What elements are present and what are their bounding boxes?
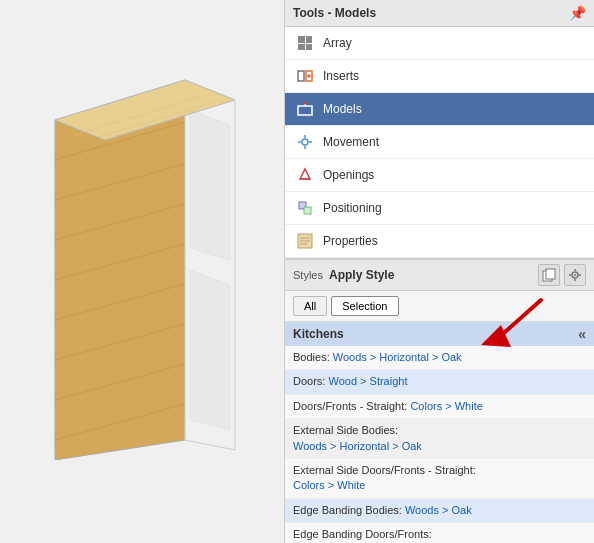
array-icon [295, 33, 315, 53]
svg-point-22 [302, 139, 308, 145]
pin-icon[interactable]: 📌 [569, 5, 586, 21]
style-row-doors-fronts[interactable]: Doors/Fronts - Straight: Colors > White [285, 395, 594, 419]
inserts-icon [295, 66, 315, 86]
edge-banding-bodies-key: Edge Banding Bodies: [293, 504, 405, 516]
style-row-edge-banding-doors[interactable]: Edge Banding Doors/Fronts: Colors > Whit… [285, 523, 594, 543]
doors-value: Wood > Straight [328, 375, 407, 387]
svg-marker-11 [190, 270, 230, 430]
style-copy-icon[interactable] [538, 264, 560, 286]
tools-panel: Tools - Models 📌 Array [284, 0, 594, 543]
edge-banding-bodies-value: Woods > Oak [405, 504, 472, 516]
cabinet-illustration [20, 60, 270, 460]
menu-item-openings[interactable]: Openings [285, 159, 594, 192]
svg-marker-27 [300, 169, 310, 179]
svg-point-21 [304, 102, 307, 105]
tab-selection[interactable]: Selection [331, 296, 398, 316]
panel-title: Tools - Models [293, 6, 376, 20]
movement-label: Movement [323, 135, 379, 149]
svg-rect-19 [298, 106, 312, 115]
menu-item-array[interactable]: Array [285, 27, 594, 60]
style-row-bodies[interactable]: Bodies: Woods > Horizontal > Oak [285, 346, 594, 370]
style-items-list: Bodies: Woods > Horizontal > Oak Doors: … [285, 346, 594, 543]
positioning-label: Positioning [323, 201, 382, 215]
styles-header: Styles Apply Style [285, 260, 594, 291]
bodies-key: Bodies: [293, 351, 333, 363]
edge-banding-doors-key: Edge Banding Doors/Fronts: [293, 528, 432, 540]
styles-section: Styles Apply Style [285, 259, 594, 543]
movement-icon [295, 132, 315, 152]
kitchens-group-header[interactable]: Kitchens « [285, 322, 594, 346]
menu-list: Array Inserts Models [285, 27, 594, 259]
menu-item-properties[interactable]: Properties [285, 225, 594, 258]
models-icon [295, 99, 315, 119]
svg-marker-10 [190, 110, 230, 260]
svg-rect-15 [298, 71, 304, 81]
svg-rect-36 [546, 269, 555, 279]
ext-bodies-value: Woods > Horizontal > Oak [293, 440, 422, 452]
style-row-edge-banding-bodies[interactable]: Edge Banding Bodies: Woods > Oak [285, 499, 594, 523]
styles-section-label: Styles [293, 269, 323, 281]
menu-item-movement[interactable]: Movement [285, 126, 594, 159]
tabs-row: All Selection [285, 291, 594, 322]
inserts-label: Inserts [323, 69, 359, 83]
bodies-value: Woods > Horizontal > Oak [333, 351, 462, 363]
menu-item-inserts[interactable]: Inserts [285, 60, 594, 93]
kitchens-label: Kitchens [293, 327, 344, 341]
properties-icon [295, 231, 315, 251]
apply-style-button[interactable]: Apply Style [329, 268, 394, 282]
style-row-doors[interactable]: Doors: Wood > Straight [285, 370, 594, 394]
style-settings-icon[interactable] [564, 264, 586, 286]
styles-toolbar [538, 264, 586, 286]
doors-key: Doors: [293, 375, 328, 387]
ext-bodies-key: External Side Bodies: [293, 424, 398, 436]
svg-point-38 [574, 274, 576, 276]
style-row-ext-doors[interactable]: External Side Doors/Fronts - Straight: C… [285, 459, 594, 499]
properties-label: Properties [323, 234, 378, 248]
collapse-icon: « [578, 326, 586, 342]
svg-rect-30 [304, 207, 311, 214]
title-bar: Tools - Models 📌 [285, 0, 594, 27]
array-label: Array [323, 36, 352, 50]
ext-doors-value: Colors > White [293, 479, 365, 491]
openings-icon [295, 165, 315, 185]
ext-doors-key: External Side Doors/Fronts - Straight: [293, 464, 476, 476]
models-label: Models [323, 102, 362, 116]
openings-label: Openings [323, 168, 374, 182]
doors-fronts-key: Doors/Fronts - Straight: [293, 400, 410, 412]
tab-all[interactable]: All [293, 296, 327, 316]
style-row-ext-bodies[interactable]: External Side Bodies: Woods > Horizontal… [285, 419, 594, 459]
positioning-icon [295, 198, 315, 218]
svg-marker-0 [55, 80, 185, 460]
menu-item-models[interactable]: Models [285, 93, 594, 126]
doors-fronts-value: Colors > White [410, 400, 482, 412]
menu-item-positioning[interactable]: Positioning [285, 192, 594, 225]
